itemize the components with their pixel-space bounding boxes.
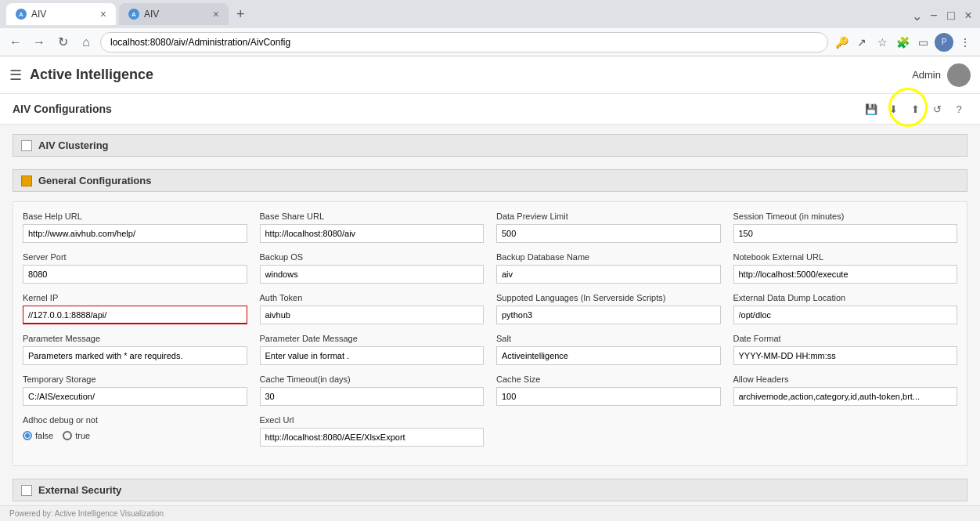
- external-data-dump-label: External Data Dump Location: [733, 293, 958, 302]
- supported-languages-group: Suppoted Languages (In Serverside Script…: [496, 293, 721, 324]
- auth-token-input[interactable]: [260, 306, 485, 324]
- radio-false-label: false: [35, 431, 53, 440]
- sidebar-icon[interactable]: ▭: [914, 34, 931, 51]
- cache-timeout-input[interactable]: [260, 387, 485, 406]
- refresh-icon[interactable]: ↺: [928, 100, 946, 118]
- radio-false-item[interactable]: false: [23, 431, 53, 440]
- new-tab-button[interactable]: +: [232, 6, 250, 23]
- auth-token-label: Auth Token: [260, 293, 485, 302]
- star-icon[interactable]: ☆: [874, 34, 891, 51]
- external-data-dump-input[interactable]: [733, 306, 958, 324]
- date-format-group: Date Format: [733, 334, 958, 365]
- salt-input[interactable]: [496, 346, 721, 365]
- supported-languages-input[interactable]: [496, 306, 721, 324]
- upload-icon[interactable]: ⬆: [906, 100, 924, 118]
- tab-2[interactable]: A AIV ×: [119, 3, 229, 25]
- key-icon[interactable]: 🔑: [833, 34, 850, 51]
- allow-headers-input[interactable]: [733, 387, 958, 406]
- menu-icon[interactable]: ⋮: [957, 34, 974, 51]
- address-bar: ← → ↻ ⌂ 🔑 ↗ ☆ 🧩 ▭ P ⋮: [0, 28, 980, 56]
- url-input[interactable]: [100, 32, 828, 52]
- browser-chrome: A AIV × A AIV × + ⌄ − □ ×: [0, 0, 980, 28]
- general-title: General Configurations: [38, 175, 151, 186]
- exec-url-input[interactable]: [260, 428, 485, 447]
- date-format-label: Date Format: [733, 334, 958, 343]
- save-icon[interactable]: 💾: [863, 100, 880, 118]
- admin-avatar[interactable]: [947, 63, 971, 87]
- puzzle-icon[interactable]: 🧩: [894, 34, 911, 51]
- radio-true-item[interactable]: true: [63, 431, 90, 440]
- aiv-clustering-section: AIV Clustering: [13, 134, 967, 157]
- date-format-input[interactable]: [733, 346, 958, 365]
- placeholder-group-2: [733, 415, 958, 447]
- base-share-url-label: Base Share URL: [260, 212, 485, 221]
- general-header: General Configurations: [13, 169, 967, 192]
- placeholder-group-1: [496, 415, 721, 447]
- adhoc-radio-group: false true: [23, 431, 247, 440]
- general-row-5: Temporary Storage Cache Timeout(in days)…: [23, 374, 957, 406]
- radio-false-btn[interactable]: [23, 431, 32, 440]
- radio-true-btn[interactable]: [63, 431, 72, 440]
- general-checkbox[interactable]: [21, 175, 32, 186]
- hamburger-menu-icon[interactable]: ☰: [9, 67, 22, 84]
- base-help-url-input[interactable]: [23, 224, 247, 243]
- help-icon[interactable]: ?: [950, 100, 967, 118]
- backup-os-label: Backup OS: [260, 252, 485, 262]
- allow-headers-group: Allow Headers: [733, 374, 958, 406]
- download-icon[interactable]: ⬇: [885, 100, 902, 118]
- tab-2-close[interactable]: ×: [213, 8, 219, 20]
- notebook-external-url-group: Notebook External URL: [733, 252, 958, 284]
- server-port-input[interactable]: [23, 265, 247, 284]
- forward-button[interactable]: →: [30, 33, 49, 52]
- share-icon[interactable]: ↗: [853, 34, 870, 51]
- kernel-ip-group: Kernel IP: [23, 293, 247, 324]
- tab-2-icon: A: [128, 9, 139, 20]
- external-security-checkbox[interactable]: [21, 485, 32, 496]
- kernel-ip-input[interactable]: [23, 306, 247, 324]
- temporary-storage-label: Temporary Storage: [23, 374, 247, 384]
- backup-os-input[interactable]: [260, 265, 485, 284]
- footer: Powered by: Active Intelligence Visualiz…: [0, 505, 980, 521]
- tab-1-close[interactable]: ×: [100, 8, 106, 20]
- base-help-url-group: Base Help URL: [23, 212, 247, 243]
- restore-button[interactable]: □: [946, 9, 957, 20]
- aiv-clustering-checkbox[interactable]: [21, 140, 32, 151]
- base-share-url-input[interactable]: [260, 224, 485, 243]
- main-content-area[interactable]: AIV Configurations 💾 ⬇ ⬆ ↺ ? AIV Cluster…: [0, 94, 980, 521]
- external-security-section: External Security: [13, 479, 967, 501]
- close-button[interactable]: ×: [963, 9, 974, 20]
- cache-timeout-label: Cache Timeout(in days): [260, 374, 485, 384]
- parameter-date-message-input[interactable]: [260, 346, 485, 365]
- parameter-date-message-group: Parameter Date Message: [260, 334, 485, 365]
- cache-size-group: Cache Size: [496, 374, 721, 406]
- chevron-down-icon[interactable]: ⌄: [911, 9, 922, 20]
- aiv-clustering-header: AIV Clustering: [13, 134, 967, 157]
- backup-db-name-input[interactable]: [496, 265, 721, 284]
- parameter-message-input[interactable]: [23, 346, 247, 365]
- cache-timeout-group: Cache Timeout(in days): [260, 374, 485, 406]
- general-row-4: Parameter Message Parameter Date Message…: [23, 334, 957, 365]
- data-preview-limit-input[interactable]: [496, 224, 721, 243]
- reload-button[interactable]: ↻: [53, 33, 72, 52]
- notebook-external-url-label: Notebook External URL: [733, 252, 958, 262]
- external-security-title: External Security: [38, 484, 121, 496]
- exec-url-group: Execl Url: [260, 415, 485, 447]
- session-timeout-input[interactable]: [733, 224, 958, 243]
- temporary-storage-group: Temporary Storage: [23, 374, 247, 406]
- cache-size-label: Cache Size: [496, 374, 721, 384]
- general-row-1: Base Help URL Base Share URL Data Previe…: [23, 212, 957, 243]
- app-bar: ☰ Active Intelligence Admin: [0, 56, 980, 94]
- session-timeout-label: Session Timeout (in minutes): [733, 212, 958, 221]
- supported-languages-label: Suppoted Languages (In Serverside Script…: [496, 293, 721, 302]
- cache-size-input[interactable]: [496, 387, 721, 406]
- tab-1-label: AIV: [31, 9, 46, 20]
- tab-1[interactable]: A AIV ×: [6, 3, 116, 25]
- home-button[interactable]: ⌂: [77, 33, 95, 52]
- temporary-storage-input[interactable]: [23, 387, 247, 406]
- general-row-2: Server Port Backup OS Backup Database Na…: [23, 252, 957, 284]
- minimize-button[interactable]: −: [928, 9, 939, 20]
- notebook-external-url-input[interactable]: [733, 265, 958, 284]
- back-button[interactable]: ←: [6, 33, 25, 52]
- page-actions: 💾 ⬇ ⬆ ↺ ?: [863, 100, 967, 118]
- profile-avatar[interactable]: P: [935, 33, 953, 52]
